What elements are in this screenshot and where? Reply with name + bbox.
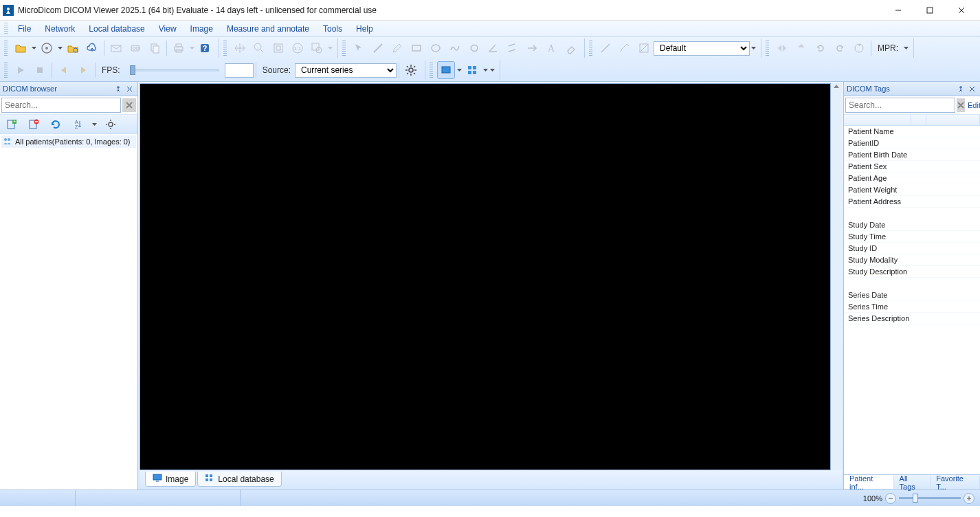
play-button[interactable] [12,61,30,79]
grip[interactable] [4,63,8,78]
wl-roi-button[interactable] [635,39,653,57]
grip[interactable] [223,41,227,56]
fps-slider[interactable] [130,69,219,72]
print-dropdown[interactable] [188,47,195,50]
single-view-dropdown[interactable] [456,69,463,72]
panel-close-icon[interactable] [966,83,977,94]
rotate-ccw-button[interactable] [812,39,829,57]
next-button[interactable] [74,61,92,79]
rectangle-button[interactable] [408,39,425,57]
open-cd-button[interactable] [38,39,56,57]
open-cd-dropdown[interactable] [56,47,63,50]
zoom-in-button[interactable] [964,493,975,504]
menu-help[interactable]: Help [349,22,380,36]
tag-row[interactable]: Patient Birth Date [844,149,980,161]
flip-h-button[interactable] [773,39,791,57]
video-button[interactable] [126,39,144,57]
magnify-region-button[interactable] [308,39,326,57]
reset-transform-button[interactable] [850,39,868,57]
zoom-button[interactable] [250,39,268,57]
tab-local-database[interactable]: Local database [197,472,281,487]
grip[interactable] [766,41,769,56]
wl-button[interactable] [597,39,614,57]
source-select[interactable]: Current series [295,63,397,78]
tag-row[interactable]: Series Time [844,301,980,313]
cloud-button[interactable] [83,39,101,57]
clear-search-icon[interactable] [957,98,965,112]
tree-root-item[interactable]: All patients(Patients: 0, Images: 0) [1,135,136,148]
tab-patient-info[interactable]: Patient inf... [844,475,894,489]
close-button[interactable] [946,0,977,21]
open-folder-button[interactable] [12,39,30,57]
pan-button[interactable] [231,39,249,57]
eraser-button[interactable] [561,39,579,57]
copy-button[interactable] [146,39,164,57]
flip-v-button[interactable] [792,39,810,57]
preset-select[interactable]: Default [654,41,750,56]
mpr-dropdown[interactable] [902,47,909,50]
tag-row[interactable]: Study Description [844,266,980,278]
grip[interactable] [4,41,8,56]
grip[interactable] [589,41,592,56]
ellipse-button[interactable] [427,39,445,57]
preset-more-dropdown[interactable] [750,47,757,50]
cobb-angle-button[interactable] [504,39,522,57]
remove-patient-button[interactable] [25,116,42,133]
pointer-button[interactable] [350,39,368,57]
grip[interactable] [342,41,346,56]
tags-list[interactable]: Patient NamePatientIDPatient Birth DateP… [844,126,980,474]
help-button[interactable]: ? [196,39,214,57]
tag-row[interactable]: Study Modality [844,254,980,266]
text-button[interactable]: A [542,39,560,57]
browser-search-input[interactable] [1,98,121,113]
image-viewport[interactable] [140,83,831,470]
wl-auto-button[interactable] [616,39,634,57]
line-button[interactable] [369,39,387,57]
open-folder-dropdown[interactable] [30,47,37,50]
menu-view[interactable]: View [152,22,183,36]
panel-close-icon[interactable] [124,83,135,94]
actual-size-button[interactable]: 1:1 [289,39,307,57]
sort-button[interactable]: AZ [69,116,86,133]
menu-tools[interactable]: Tools [316,22,349,36]
tab-image[interactable]: Image [145,472,196,487]
zoom-dropdown[interactable] [326,47,333,50]
clear-search-icon[interactable] [122,98,136,112]
tag-row[interactable]: Patient Sex [844,161,980,173]
zoom-out-button[interactable] [885,493,896,504]
zoom-slider[interactable] [899,497,961,499]
pencil-button[interactable] [388,39,406,57]
layout-more-dropdown[interactable] [489,69,495,72]
sort-dropdown[interactable] [91,123,98,126]
tags-search-input[interactable] [845,98,955,113]
tag-row[interactable]: Series Description [844,313,980,324]
add-patient-button[interactable]: + [3,116,20,133]
menu-network[interactable]: Network [38,22,82,36]
maximize-button[interactable] [914,0,946,21]
angle-button[interactable] [485,39,502,57]
tag-row[interactable]: Study ID [844,243,980,254]
minimize-button[interactable] [882,0,914,21]
viewer-scrollbar[interactable] [831,83,842,470]
tag-row[interactable]: PatientID [844,138,980,149]
edit-tags-link[interactable]: Edit [965,101,980,109]
refresh-button[interactable] [47,116,64,133]
menu-image[interactable]: Image [183,22,220,36]
prev-button[interactable] [55,61,73,79]
menubar-grip[interactable] [4,23,8,35]
pin-icon[interactable] [955,83,966,94]
single-view-button[interactable] [437,61,455,79]
arrow-button[interactable] [523,39,541,57]
scan-folder-button[interactable] [64,39,82,57]
tag-row[interactable]: Patient Age [844,173,980,184]
fps-value-input[interactable] [225,63,254,78]
menu-measure-annotate[interactable]: Measure and annotate [220,22,316,36]
tag-row[interactable]: Patient Address [844,196,980,208]
tag-row[interactable]: Study Date [844,219,980,231]
grid-view-button[interactable] [463,61,481,79]
polyline-button[interactable] [446,39,464,57]
stop-button[interactable] [31,61,49,79]
rotate-cw-button[interactable] [831,39,849,57]
tab-favorite-tags[interactable]: Favorite T... [931,476,980,490]
tags-columns-header[interactable] [844,115,980,126]
